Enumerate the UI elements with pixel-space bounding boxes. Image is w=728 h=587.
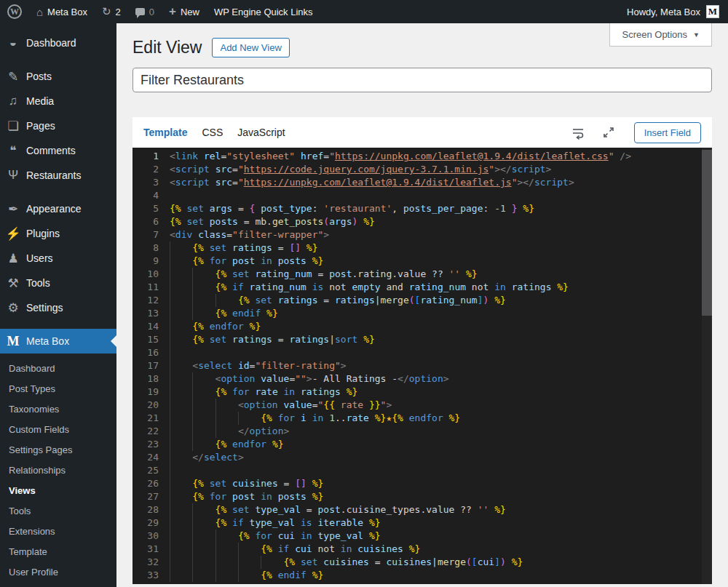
- line-content: {% if rating_num is not empty and rating…: [170, 281, 569, 294]
- submenu-item-taxonomies[interactable]: Taxonomies: [0, 399, 116, 419]
- quick-links-label: WP Engine Quick Links: [214, 7, 313, 17]
- code-line: 15{% set ratings = ratings|sort %}: [132, 333, 712, 346]
- submenu-item-post-types[interactable]: Post Types: [0, 378, 116, 399]
- fullscreen-icon[interactable]: [601, 124, 617, 140]
- sidebar-item-plugins[interactable]: ⚡Plugins: [0, 221, 116, 246]
- sidebar-item-label: Dashboard: [26, 37, 76, 49]
- submenu-item-relationships[interactable]: Relationships: [0, 460, 116, 480]
- line-number: 7: [132, 228, 159, 241]
- code-line: 10{% set rating_num = post.rating.value …: [132, 268, 712, 281]
- code-line: 23{% endfor %}: [132, 438, 712, 451]
- line-content: {% set ratings = ratings|merge([rating_n…: [170, 294, 506, 307]
- editor-scrollbar-track[interactable]: [702, 148, 712, 584]
- submenu-item-custom-fields[interactable]: Custom Fields: [0, 419, 116, 439]
- code-lines: 1<link rel="stylesheet" href="https://un…: [132, 150, 712, 582]
- site-name-menu[interactable]: ⌂ Meta Box: [29, 0, 95, 23]
- sidebar-item-users[interactable]: ♟Users: [0, 246, 116, 271]
- indent-guide: [170, 503, 215, 516]
- submenu-item-user-profile[interactable]: User Profile: [0, 562, 116, 582]
- new-label: New: [181, 7, 199, 17]
- sidebar-item-label: Users: [26, 252, 53, 264]
- line-content: <script src="https://code.jquery.com/jqu…: [170, 163, 551, 176]
- code-editor[interactable]: 1<link rel="stylesheet" href="https://un…: [132, 148, 712, 584]
- wrap-lines-icon[interactable]: [570, 124, 586, 140]
- comments-icon: ❝: [0, 143, 26, 159]
- comments-menu[interactable]: 0: [128, 0, 162, 23]
- sidebar-item-label: Appearance: [26, 203, 82, 215]
- sidebar-item-tools[interactable]: ⚒Tools: [0, 271, 116, 295]
- sidebar-item-label: Pages: [26, 120, 55, 132]
- line-number: 22: [132, 425, 159, 438]
- sidebar-item-appearance[interactable]: ✒Appearance: [0, 196, 116, 221]
- indent-guide: [170, 556, 284, 569]
- dashboard-icon: ◒: [0, 36, 26, 50]
- line-content: <option value="{{ rate }}">: [170, 399, 392, 412]
- sidebar-item-comments[interactable]: ❝Comments: [0, 138, 116, 163]
- wp-logo-menu[interactable]: W: [0, 0, 29, 23]
- sidebar-item-label: Plugins: [26, 228, 60, 239]
- line-number: 1: [132, 150, 159, 163]
- line-content: {% set ratings = ratings|sort %}: [170, 333, 375, 346]
- code-line: 9{% for post in posts %}: [132, 255, 712, 268]
- updates-menu[interactable]: ↻ 2: [95, 0, 128, 23]
- submenu-item-tools[interactable]: Tools: [0, 500, 116, 521]
- line-content: {% endif %}: [170, 307, 278, 320]
- line-number: 13: [132, 307, 159, 320]
- sidebar-item-settings[interactable]: ⚙Settings: [0, 295, 116, 320]
- line-content: <div class="filter-wrapper">: [170, 228, 329, 241]
- submenu-item-views[interactable]: Views: [0, 480, 116, 500]
- page-title: Edit View: [132, 38, 202, 57]
- line-number: 17: [132, 359, 159, 372]
- editor-panel: TemplateCSSJavaScript Insert Field: [132, 117, 712, 584]
- line-number: 20: [132, 399, 159, 412]
- submenu-item-settings-pages[interactable]: Settings Pages: [0, 439, 116, 460]
- sidebar-item-meta-box[interactable]: MMeta Box: [0, 329, 116, 354]
- tab-css[interactable]: CSS: [202, 127, 223, 138]
- sidebar-item-dashboard[interactable]: ◒Dashboard: [0, 31, 116, 55]
- view-title-input[interactable]: [132, 68, 712, 92]
- line-number: 2: [132, 163, 159, 176]
- tab-template[interactable]: Template: [143, 127, 187, 138]
- sidebar-item-media[interactable]: ♫Media: [0, 89, 116, 113]
- line-content: {% for rate in ratings %}: [170, 386, 357, 399]
- line-content: {% endfor %}: [170, 438, 284, 451]
- insert-field-button[interactable]: Insert Field: [634, 122, 701, 143]
- line-content: </option>: [170, 425, 289, 438]
- line-number: 9: [132, 255, 159, 268]
- line-content: {% for cui in type_val %}: [170, 530, 381, 543]
- submenu-item-extensions[interactable]: Extensions: [0, 521, 116, 541]
- sidebar-item-label: Restaurants: [26, 169, 81, 181]
- sidebar-item-posts[interactable]: ✎Posts: [0, 64, 116, 89]
- line-number: 25: [132, 464, 159, 477]
- line-content: <select id="filter-rating">: [170, 359, 347, 372]
- line-content: <option value="">- All Ratings -</option…: [170, 372, 449, 386]
- code-line: 1<link rel="stylesheet" href="https://un…: [132, 150, 712, 163]
- editor-scrollbar-thumb[interactable]: [702, 150, 712, 316]
- tab-javascript[interactable]: JavaScript: [237, 127, 285, 138]
- sidebar-item-restaurants[interactable]: ΨRestaurants: [0, 163, 116, 188]
- howdy-menu[interactable]: Howdy, Meta Box: [621, 7, 706, 17]
- code-line: 31{% if cui not in cuisines %}: [132, 543, 712, 556]
- avatar[interactable]: M: [706, 5, 719, 18]
- submenu-item-dashboard[interactable]: Dashboard: [0, 358, 116, 378]
- meta-box-icon: M: [0, 334, 26, 349]
- code-line: 29{% if type_val is iterable %}: [132, 516, 712, 530]
- indent-guide: [170, 412, 261, 425]
- code-line: 24</select>: [132, 451, 712, 464]
- wordpress-logo-icon: W: [7, 4, 22, 19]
- admin-bar: W ⌂ Meta Box ↻ 2 0 + New WP Engine Quick…: [0, 0, 728, 23]
- submenu-item-template[interactable]: Template: [0, 541, 116, 562]
- comments-count: 0: [149, 7, 154, 17]
- new-content-menu[interactable]: + New: [162, 0, 207, 23]
- indent-guide: [170, 490, 192, 503]
- screen-options-button[interactable]: Screen Options ▼: [609, 23, 712, 47]
- add-new-view-button[interactable]: Add New View: [212, 38, 289, 57]
- screen-options-label: Screen Options: [622, 29, 687, 40]
- wp-engine-quick-links-menu[interactable]: WP Engine Quick Links: [207, 0, 320, 23]
- indent-guide: [170, 333, 192, 346]
- code-line: 21{% for i in 1..rate %}★{% endfor %}: [132, 412, 712, 425]
- indent-guide: [170, 281, 215, 294]
- sidebar-item-pages[interactable]: ❏Pages: [0, 113, 116, 138]
- indent-guide: [170, 307, 215, 320]
- line-number: 32: [132, 556, 159, 569]
